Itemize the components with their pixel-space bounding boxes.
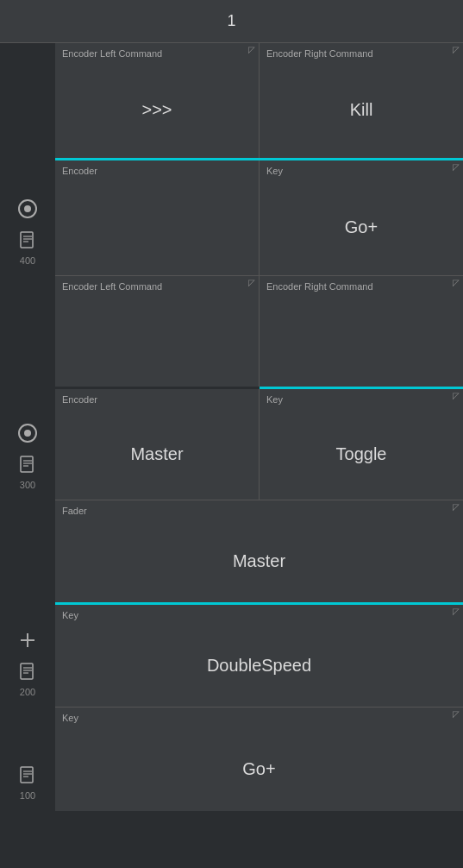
corner-arrow-3: ◸ (453, 162, 460, 172)
top-bar: 1 (0, 0, 463, 43)
enc-right-value-2 (260, 295, 463, 387)
key-cell-1[interactable]: Key Go+ ◸ (260, 160, 463, 275)
corner-arrow-2: ◸ (453, 45, 460, 54)
corner-arrow-8: ◸ (453, 607, 460, 616)
corner-arrow-1: ◸ (248, 45, 255, 54)
svg-rect-14 (21, 767, 33, 783)
key-label-1: Key (260, 160, 463, 179)
plus-icon[interactable] (16, 628, 40, 652)
key-label-4: Key (55, 708, 463, 726)
row-2: Encoder Left Command ◸ Encoder Right Com… (55, 276, 463, 500)
encoder-right-command-cell[interactable]: Encoder Right Command Kill ◸ (260, 43, 463, 158)
left-sidebar: 400 300 (0, 43, 55, 868)
encoder-value-1 (55, 179, 259, 275)
enc-left-label-2: Encoder Left Command (55, 276, 259, 295)
row-1: Encoder Left Command >>> ◸ Encoder Right… (55, 43, 463, 276)
enc-left-value-2 (55, 295, 259, 387)
svg-rect-4 (21, 456, 33, 472)
book-icon-2[interactable] (16, 452, 40, 476)
encoder-label-2: Encoder (55, 389, 259, 408)
encoder-left-command-cell[interactable]: Encoder Left Command >>> ◸ (55, 43, 260, 158)
sidebar-number-200: 200 (16, 687, 40, 701)
svg-rect-0 (21, 232, 33, 248)
fader-label: Fader (55, 500, 463, 519)
key-label-2: Key (260, 389, 463, 408)
corner-arrow-5: ◸ (453, 278, 460, 287)
encoder-right-label: Encoder Right Command (260, 43, 463, 62)
encoder-left-label: Encoder Left Command (55, 43, 259, 62)
page-title: 1 (227, 12, 235, 30)
corner-arrow-7: ◸ (453, 502, 460, 512)
fader-value: Master (55, 519, 463, 602)
encoder-cell-2[interactable]: Encoder Master (55, 389, 260, 500)
key-value-1: Go+ (260, 179, 463, 275)
encoder-label-1: Encoder (55, 160, 259, 179)
book-icon-1[interactable] (16, 228, 40, 252)
key-cell-2[interactable]: Key Toggle ◸ (260, 389, 463, 500)
row-3: Fader Master ◸ Key DoubleSpeed ◸ (55, 500, 463, 708)
encoder-cell-1[interactable]: Encoder (55, 160, 260, 275)
record-icon-2[interactable] (16, 421, 40, 445)
content-area: Encoder Left Command >>> ◸ Encoder Right… (55, 43, 463, 868)
key-label-3: Key (55, 605, 463, 624)
corner-arrow-9: ◸ (453, 709, 460, 719)
book-icon-3[interactable] (16, 659, 40, 683)
sidebar-number-100: 100 (16, 790, 40, 804)
encoder-value-2: Master (55, 408, 259, 500)
book-icon-4[interactable] (16, 763, 40, 787)
corner-arrow-4: ◸ (248, 278, 255, 287)
enc-right-label-2: Encoder Right Command (260, 276, 463, 295)
encoder-right-command-cell-2[interactable]: Encoder Right Command ◸ (260, 276, 463, 387)
key-value-4: Go+ (55, 726, 463, 811)
key-value-3: DoubleSpeed (55, 624, 463, 707)
row-4: Key Go+ ◸ (55, 708, 463, 811)
corner-arrow-6: ◸ (453, 391, 460, 400)
encoder-left-command-cell-2[interactable]: Encoder Left Command ◸ (55, 276, 260, 387)
key-value-2: Toggle (260, 408, 463, 500)
sidebar-number-400: 400 (16, 255, 40, 269)
encoder-right-value: Kill (260, 62, 463, 158)
svg-rect-10 (21, 664, 33, 679)
encoder-left-value: >>> (55, 62, 259, 158)
record-icon[interactable] (16, 197, 40, 221)
sidebar-number-300: 300 (16, 480, 40, 494)
